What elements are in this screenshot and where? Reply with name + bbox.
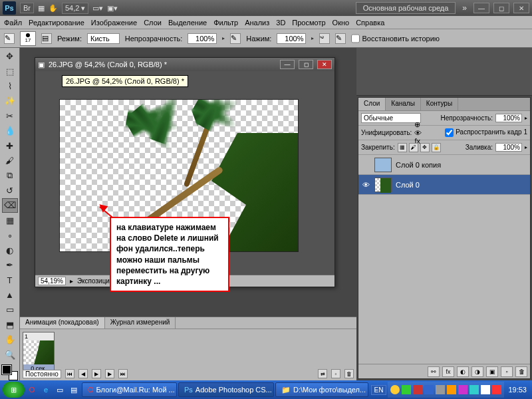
dodge-tool[interactable]: ◐ <box>2 243 18 257</box>
menu-window[interactable]: Окно <box>332 19 350 27</box>
unify-position-icon[interactable]: ⊕ <box>414 120 422 129</box>
tab-animation[interactable]: Анимация (покадровая) <box>20 317 105 329</box>
document-titlebar[interactable]: ▣ 26.JPG @ 54,2% (Слой 0, RGB/8) * — ◻ ✕ <box>35 58 334 71</box>
layer-thumbnail[interactable] <box>374 158 392 172</box>
lock-all-icon[interactable]: 🔒 <box>432 143 441 152</box>
link-layers-button[interactable]: ⚯ <box>428 366 440 377</box>
chevrons-icon[interactable]: » <box>460 3 469 13</box>
delete-layer-button[interactable]: 🗑 <box>515 366 527 377</box>
zoom-tool[interactable]: 🔍 <box>2 347 18 361</box>
taskbar-clock[interactable]: 19:53 <box>505 386 529 394</box>
first-frame-button[interactable]: ⏮ <box>65 369 74 378</box>
flow-field[interactable]: 100% <box>277 33 306 44</box>
brush-panel-icon[interactable]: ▤ <box>41 33 52 44</box>
history-brush-tool[interactable]: ↺ <box>2 184 18 198</box>
group-button[interactable]: ▣ <box>486 366 498 377</box>
menu-filter[interactable]: Фильтр <box>213 19 238 27</box>
flow-arrow-icon[interactable]: ▸ <box>311 35 314 41</box>
tab-layers[interactable]: Слои <box>358 98 386 110</box>
new-frame-button[interactable]: ▫ <box>331 369 340 378</box>
layer-name[interactable]: Слой 0 <box>396 181 420 189</box>
quicklaunch-desktop-icon[interactable]: ▭ <box>54 383 66 396</box>
brush-preview[interactable]: 17 <box>20 31 36 46</box>
opacity-arrow-icon[interactable]: ▸ <box>222 35 225 41</box>
shape-tool[interactable]: ▭ <box>2 303 18 317</box>
tool-preset-icon[interactable]: ✎ <box>4 33 15 44</box>
taskbar-task[interactable]: PsAdobe Photoshop CS... <box>178 382 274 397</box>
tray-icon[interactable] <box>413 385 422 394</box>
tray-icon[interactable] <box>402 385 411 394</box>
quicklaunch-ie-icon[interactable]: e <box>40 383 53 396</box>
menu-3d[interactable]: 3D <box>276 19 285 27</box>
tab-channels[interactable]: Каналы <box>386 98 421 110</box>
start-button[interactable]: ⊞ <box>3 382 25 398</box>
fill-chevron-icon[interactable]: ▸ <box>525 144 527 150</box>
brush-tool[interactable]: 🖌 <box>2 154 18 168</box>
doc-maximize-button[interactable]: ◻ <box>299 60 313 69</box>
next-frame-button[interactable]: ▶ <box>105 369 114 378</box>
pressure-opacity-icon[interactable]: ✎ <box>230 33 241 44</box>
doc-close-button[interactable]: ✕ <box>317 60 332 69</box>
menu-edit[interactable]: Редактирование <box>29 19 84 27</box>
restore-history-checkbox[interactable]: Восстановить историю <box>351 33 440 45</box>
gradient-tool[interactable]: ▦ <box>2 213 18 227</box>
tray-icon[interactable] <box>390 385 400 394</box>
3d-tool[interactable]: ⬒ <box>2 318 18 332</box>
pressure-size-icon[interactable]: ✎ <box>335 33 346 44</box>
layer-thumbnail[interactable] <box>374 178 392 192</box>
opacity-chevron-icon[interactable]: ▸ <box>525 115 527 121</box>
pen-tool[interactable]: ✒ <box>2 258 18 272</box>
workspace-switcher[interactable]: Основная рабочая среда <box>356 2 456 14</box>
zoom-hand-icon[interactable]: ✋ <box>49 4 58 13</box>
stamp-tool[interactable]: ⧉ <box>2 168 18 182</box>
quicklaunch-icon[interactable]: ▤ <box>68 383 80 396</box>
blur-tool[interactable]: ∘ <box>2 228 18 242</box>
doc-minimize-button[interactable]: — <box>280 60 295 69</box>
marquee-tool[interactable]: ⬚ <box>2 64 18 78</box>
lock-transparency-icon[interactable]: ▦ <box>398 143 407 152</box>
close-button[interactable]: ✕ <box>513 3 529 13</box>
tween-button[interactable]: ⇄ <box>318 369 327 378</box>
taskbar-task[interactable]: OБлоги@Mail.Ru: Мой ... <box>82 382 177 397</box>
layer-style-button[interactable]: fx <box>442 366 454 377</box>
tab-measurement-log[interactable]: Журнал измерений <box>105 317 176 329</box>
view-extras-icon[interactable]: ▦ <box>38 4 45 13</box>
color-swatches[interactable] <box>2 365 18 380</box>
quicklaunch-opera-icon[interactable]: O <box>26 383 39 396</box>
move-tool[interactable]: ✥ <box>2 49 18 63</box>
adjustment-layer-button[interactable]: ◑ <box>471 366 483 377</box>
status-zoom[interactable]: 54,19% <box>38 277 66 285</box>
menu-select[interactable]: Выделение <box>168 19 207 27</box>
fill-field[interactable]: 100% <box>495 143 522 152</box>
heal-tool[interactable]: ✚ <box>2 139 18 153</box>
unify-visibility-icon[interactable]: 👁 <box>414 129 422 137</box>
menu-view[interactable]: Просмотр <box>292 19 325 27</box>
tray-icon[interactable] <box>424 385 434 394</box>
mode-select[interactable]: Кисть <box>87 33 120 44</box>
lock-pixels-icon[interactable]: 🖌 <box>409 143 418 152</box>
opacity-field[interactable]: 100% <box>188 33 217 44</box>
hand-tool[interactable]: ✋ <box>2 332 18 346</box>
layer-row[interactable]: Слой 0 копия <box>358 155 530 175</box>
maximize-button[interactable]: ◻ <box>493 3 509 13</box>
layer-row[interactable]: 👁 Слой 0 <box>358 175 530 195</box>
menu-analysis[interactable]: Анализ <box>245 19 269 27</box>
tray-icon[interactable] <box>481 385 490 394</box>
tray-icon[interactable] <box>458 385 467 394</box>
crop-tool[interactable]: ✂ <box>2 109 18 123</box>
taskbar-task[interactable]: 📁D:\Мои фото\выдел... <box>275 382 368 397</box>
visibility-toggle[interactable]: 👁 <box>361 181 370 189</box>
menu-file[interactable]: Файл <box>4 19 22 27</box>
menu-help[interactable]: Справка <box>356 19 384 27</box>
lasso-tool[interactable]: ⌇ <box>2 79 18 93</box>
tray-icon[interactable] <box>492 385 501 394</box>
zoom-field[interactable]: 54,2 ▾ <box>62 3 88 14</box>
bridge-button[interactable]: Br <box>20 3 34 13</box>
collapsed-panels[interactable] <box>356 48 532 96</box>
new-layer-button[interactable]: ▫ <box>501 366 513 377</box>
minimize-button[interactable]: — <box>473 3 489 13</box>
eraser-tool[interactable]: ⌫ <box>2 198 18 212</box>
lock-position-icon[interactable]: ✥ <box>420 143 430 152</box>
tab-paths[interactable]: Контуры <box>421 98 458 110</box>
arrange-icon[interactable]: ▭▾ <box>92 4 103 13</box>
